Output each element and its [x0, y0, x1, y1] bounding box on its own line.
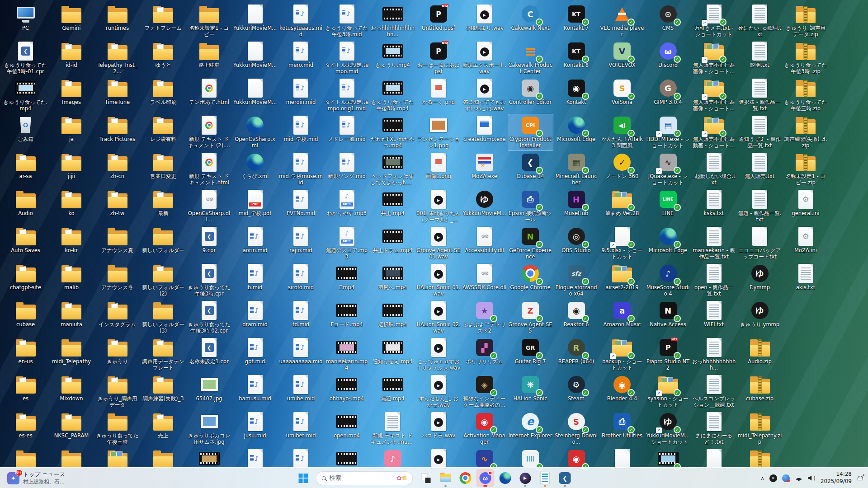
desktop-icon[interactable]: Gemini — [49, 3, 94, 40]
desktop-icon[interactable]: OpenCvSharp.xml — [232, 114, 278, 151]
desktop-icon[interactable]: 無題 - 親作品一覧.txt — [737, 188, 783, 225]
desktop-icon[interactable]: ◉✓Activation Manager — [462, 410, 507, 447]
desktop-icon[interactable]: 新規 テキスト ドキュメント.musicxml — [370, 410, 415, 447]
desktop-icon[interactable]: chatgpt-site — [3, 262, 48, 299]
desktop-icon[interactable]: ▶バスドラ.wav — [416, 410, 462, 447]
desktop-icon[interactable]: ♪新規ソング.mid — [324, 151, 370, 188]
desktop-icon[interactable]: ◉✓Kontakt — [553, 77, 599, 114]
desktop-icon[interactable]: ▞✓ポリリリリズム — [462, 336, 507, 373]
taskbar-microsoft-edge[interactable] — [496, 469, 514, 487]
desktop-icon[interactable]: ⎙✓Epson 接続診断ツール — [508, 188, 553, 225]
desktop-icon[interactable]: ar-sa — [3, 151, 48, 188]
desktop-icon[interactable]: ◉✓Blender 4.4 — [599, 373, 645, 410]
desktop-icon[interactable]: ▶HALion Sonic 02.wav — [416, 299, 462, 336]
wifi-icon[interactable] — [795, 475, 803, 481]
desktop-icon[interactable]: ラベル印刷 — [141, 77, 186, 114]
search-box[interactable]: 検索 ✿❁ — [316, 471, 413, 485]
desktop-icon[interactable]: zh-cn — [94, 151, 140, 188]
desktop-icon[interactable]: おっhhhhhhhhhhh... — [691, 336, 737, 373]
desktop-icon[interactable]: ⚙⚙OpenCvSharp.dll... — [186, 188, 232, 225]
desktop-icon[interactable]: 名称未設定1 - コピー.zip — [783, 151, 829, 188]
desktop-icon[interactable]: H✓MuseHub — [553, 188, 599, 225]
desktop-icon[interactable]: cubase.zip — [737, 373, 783, 410]
desktop-icon[interactable]: ♪umibet.mid — [278, 410, 324, 447]
desktop-icon[interactable]: zh-tw — [94, 188, 140, 225]
desktop-icon[interactable]: Mixdown — [49, 373, 94, 410]
desktop-icon[interactable]: ♪メドレー風.mid — [324, 114, 370, 151]
desktop-icon[interactable]: ▦✓Minecraft Launcher — [553, 151, 599, 188]
desktop-icon[interactable]: ♪タイトル未設定.tempo.mid — [324, 40, 370, 77]
desktop-icon[interactable]: Auto Saves — [3, 225, 48, 262]
desktop-icon[interactable]: レジ袋有料 — [141, 114, 186, 151]
desktop-icon[interactable]: 選択肢.mp4 — [370, 299, 415, 336]
desktop-icon[interactable]: ヘッドフォンはずしててよかっt.mp4 — [370, 151, 415, 188]
desktop-icon[interactable]: ◀)✓かんたん！AITalk 3 関西風 — [599, 114, 645, 151]
desktop-icon[interactable]: きゅうり食ってた午後3時 .zip — [783, 40, 829, 77]
tray-blue-orb-icon[interactable] — [782, 474, 790, 482]
desktop-icon[interactable]: ゆ✓↗YukkuriMovieM... - ショートカット — [645, 410, 691, 447]
desktop-icon[interactable]: ♪sirofo.mid — [278, 262, 324, 299]
desktop-icon[interactable]: ♪umibe.mid — [278, 373, 324, 410]
desktop-icon[interactable]: ✓Google Chrome — [508, 262, 553, 299]
notification-bell-dnd-icon[interactable]: z — [857, 475, 863, 482]
desktop-icon[interactable]: きゅうり.mp4 — [370, 40, 415, 77]
desktop-icon[interactable]: LINE✓LINE — [645, 188, 691, 225]
desktop-icon[interactable]: まにまにわーるど！.txt — [691, 410, 737, 447]
desktop-icon[interactable]: 名称未設定1 - コピー — [186, 3, 232, 40]
desktop-icon[interactable]: ♪b.mid — [232, 262, 278, 299]
desktop-icon[interactable]: アナウンス冬 — [94, 262, 140, 299]
start-button[interactable] — [294, 469, 312, 487]
desktop-icon[interactable]: ❮きゅうり食ってた午後3時.cpr — [186, 262, 232, 299]
desktop-icon[interactable]: インスタグラム — [94, 299, 140, 336]
desktop-icon[interactable]: ♪mid_学校.mid — [278, 114, 324, 151]
desktop-icon[interactable]: ✓Microsoft Edge — [553, 114, 599, 151]
desktop-icon[interactable]: Telepathy_Inst_2... — [94, 40, 140, 77]
volume-icon[interactable]: ) — [808, 475, 816, 481]
desktop-icon[interactable]: きゅうり — [94, 336, 140, 373]
desktop-icon[interactable]: ♪kotusytuaaus.mid — [278, 3, 324, 40]
desktop-icon[interactable]: TimeTune — [94, 77, 140, 114]
desktop-icon[interactable]: manisekarin.mp4 — [324, 336, 370, 373]
desktop-icon[interactable]: sfz✓Plogue sforzando x64 — [553, 262, 599, 299]
desktop-icon[interactable]: ✓VLC media player — [599, 3, 645, 40]
desktop-icon[interactable]: ▶ずんだもん_しおかぜ.wav — [416, 373, 462, 410]
taskbar-notes-app[interactable] — [536, 469, 554, 487]
desktop-icon[interactable]: 画像1.png — [416, 151, 462, 188]
desktop-icon[interactable]: ≡✓Cakewalk Product Center — [508, 40, 553, 77]
desktop-icon[interactable]: e✓Internet Explorer — [508, 410, 553, 447]
taskbar-google-chrome[interactable] — [457, 469, 475, 487]
desktop-icon[interactable]: ❮9.cpr — [186, 225, 232, 262]
desktop-icon[interactable]: ▶新規エクスポート.wav — [462, 40, 507, 77]
desktop-icon[interactable]: GR✓Guitar Rig 7 — [508, 336, 553, 373]
desktop-icon[interactable]: N✓GeForce Experience — [508, 225, 553, 262]
desktop-icon[interactable]: きゅうり食ってた午後三時 — [94, 410, 140, 447]
desktop-icon[interactable]: midi_Telepathy.zip — [737, 410, 783, 447]
desktop-icon[interactable]: 売上 — [141, 410, 186, 447]
desktop-icon[interactable]: ❮✓Cubase 14 — [508, 151, 553, 188]
desktop-icon[interactable]: akis.txt — [783, 262, 829, 299]
desktop-icon[interactable]: 調声用データテンプレート — [141, 336, 186, 373]
desktop-icon[interactable]: きゅうり_調声用データ — [94, 373, 140, 410]
desktop-icon[interactable]: ゆうと — [141, 40, 186, 77]
taskbar-media-player[interactable]: ▶ — [516, 469, 534, 487]
desktop-icon[interactable]: ⊙✓CMS — [645, 3, 691, 40]
desktop-icon[interactable]: ◎✓OBS Studio — [553, 225, 599, 262]
desktop-icon[interactable]: きゅうりボカコレ用サムネ.jpg — [186, 410, 232, 447]
desktop-icon[interactable]: ⚙general.ini — [783, 188, 829, 225]
desktop-icon[interactable]: フォトフレーム — [141, 3, 186, 40]
desktop-icon[interactable]: ♪hamusu.mid — [232, 373, 278, 410]
desktop-icon[interactable]: 通知うぜえ.mp4 — [370, 336, 415, 373]
desktop-icon[interactable]: かるーく.png — [416, 77, 462, 114]
desktop-icon[interactable]: ✓筆まめ Ver.28 — [599, 188, 645, 225]
desktop-icon[interactable]: manisekarin - 親作品一覧.txt — [691, 225, 737, 262]
desktop-icon[interactable]: es-es — [3, 410, 48, 447]
desktop-icon[interactable]: 選択肢 - 親作品一覧.txt — [737, 77, 783, 114]
desktop-icon[interactable]: _起動しない場合.txt — [691, 151, 737, 188]
desktop-icon[interactable]: en-us — [3, 336, 48, 373]
desktop-icon[interactable]: ksks.txt — [691, 188, 737, 225]
desktop-icon[interactable]: ♪aorin.mid — [232, 225, 278, 262]
tray-chevron-up-icon[interactable]: ∧ — [760, 475, 764, 481]
desktop-icon[interactable]: ⚒MoZA.exe — [462, 151, 507, 188]
desktop-icon[interactable]: F.mp4 — [324, 262, 370, 299]
desktop-icon[interactable]: malib — [49, 262, 94, 299]
